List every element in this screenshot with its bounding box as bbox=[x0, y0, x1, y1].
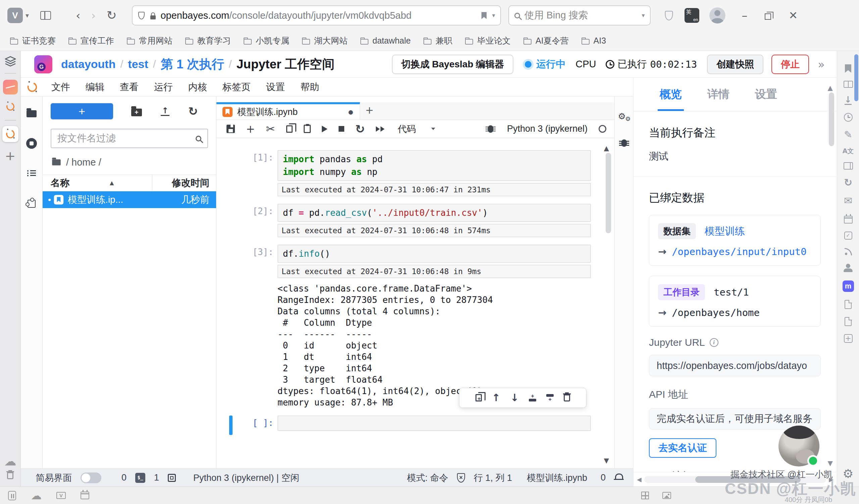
layers-icon[interactable] bbox=[4, 56, 17, 68]
verify-identity-button[interactable]: 去实名认证 bbox=[649, 438, 717, 458]
bookmark-folder[interactable]: 湖大网站 bbox=[302, 35, 348, 46]
tiling-icon[interactable] bbox=[641, 492, 649, 499]
file-browser-tab-icon[interactable] bbox=[27, 110, 36, 117]
delete-cell-icon[interactable] bbox=[564, 394, 570, 401]
privacy-shield-icon[interactable] bbox=[665, 11, 673, 20]
column-modified[interactable]: 修改时间 bbox=[152, 177, 216, 189]
menu-item[interactable]: 编辑 bbox=[78, 81, 112, 94]
minimize-button[interactable]: – bbox=[741, 10, 747, 21]
bookmark-folder[interactable]: AI3 bbox=[582, 36, 606, 46]
column-name[interactable]: 名称 ▲ bbox=[43, 175, 152, 191]
profile-avatar[interactable] bbox=[709, 7, 725, 23]
debugger-bug-icon[interactable] bbox=[488, 125, 493, 133]
forward-icon[interactable]: › bbox=[86, 10, 101, 21]
tracker-shield-icon[interactable] bbox=[138, 12, 145, 19]
bookmark-folder[interactable]: 小凯专属 bbox=[244, 35, 289, 46]
file-breadcrumb[interactable]: / home / bbox=[43, 148, 216, 175]
kernel-status-icon[interactable] bbox=[599, 125, 606, 133]
menu-item[interactable]: 运行 bbox=[146, 81, 181, 94]
restart-run-all-icon[interactable] bbox=[376, 126, 385, 132]
notebook-scrollbar-thumb[interactable] bbox=[606, 153, 611, 233]
refresh-icon[interactable]: ↻ bbox=[188, 106, 198, 117]
file-filter-input[interactable]: 按文件名过滤 bbox=[51, 129, 208, 148]
new-folder-icon[interactable] bbox=[131, 109, 142, 116]
settings-gear-icon[interactable]: ⚙ bbox=[843, 468, 853, 480]
workdir-path[interactable]: /openbayes/home bbox=[672, 307, 760, 318]
code-cell[interactable]: [2]:df = pd.read_csv('../input0/train.cs… bbox=[221, 204, 591, 237]
breadcrumb-project[interactable]: test bbox=[128, 58, 148, 71]
kernel-name[interactable]: Python 3 (ipykernel) bbox=[507, 124, 588, 134]
table-of-contents-tab-icon[interactable] bbox=[27, 170, 36, 176]
restart-kernel-icon[interactable]: ↻ bbox=[355, 123, 365, 135]
scroll-up-icon[interactable]: ▲ bbox=[604, 145, 609, 152]
cursor-position[interactable]: 行 1, 列 1 bbox=[474, 472, 512, 484]
cell-editor[interactable]: df = pd.read_csv('../input0/train.csv') bbox=[277, 204, 591, 222]
reading-list-icon[interactable] bbox=[844, 81, 853, 88]
switch-editor-button[interactable]: 切换成 Bayeslab 编辑器 bbox=[392, 54, 514, 74]
dataset-path[interactable]: /openbayes/input/input0 bbox=[672, 246, 807, 257]
simple-ui-toggle[interactable] bbox=[80, 473, 101, 483]
vivaldi-mail-icon[interactable] bbox=[56, 492, 66, 499]
notebook-scroll-area[interactable]: [1]:import pandas as pdimport numpy as n… bbox=[216, 138, 614, 469]
insert-cell-below-icon[interactable]: + bbox=[546, 394, 554, 401]
breadcrumb-run[interactable]: 第 1 次执行 bbox=[161, 56, 224, 73]
unsaved-dot-icon[interactable]: ● bbox=[348, 106, 354, 117]
windows-panel-icon[interactable] bbox=[844, 162, 853, 170]
menu-item[interactable]: 内核 bbox=[181, 81, 215, 94]
stop-button[interactable]: 停止 bbox=[771, 54, 809, 74]
calendar-icon[interactable] bbox=[80, 492, 89, 499]
move-cell-up-icon[interactable]: ↑ bbox=[492, 393, 500, 403]
bookmark-folder[interactable]: 宣传工作 bbox=[69, 35, 114, 46]
cell-editor[interactable]: import pandas as pdimport numpy as np bbox=[277, 150, 591, 181]
translate-extension-icon[interactable] bbox=[684, 8, 699, 23]
menu-item[interactable]: 帮助 bbox=[292, 81, 327, 94]
create-snapshot-button[interactable]: 创建快照 bbox=[707, 54, 763, 74]
back-icon[interactable]: ‹ bbox=[71, 10, 86, 21]
calendar-icon[interactable] bbox=[844, 216, 853, 223]
url-field[interactable]: openbayes.com/console/datayouth/jupyter/… bbox=[132, 5, 501, 26]
reload-icon[interactable]: ↻ bbox=[101, 10, 122, 21]
feeds-icon[interactable] bbox=[844, 248, 852, 256]
restore-button[interactable] bbox=[765, 13, 771, 20]
mastodon-icon[interactable]: m bbox=[843, 281, 854, 292]
menu-item[interactable]: 设置 bbox=[258, 81, 292, 94]
add-panel-icon[interactable]: + bbox=[5, 149, 16, 162]
menu-item[interactable]: 文件 bbox=[44, 81, 78, 94]
new-launcher-button[interactable]: + bbox=[51, 103, 113, 119]
menu-item[interactable]: 查看 bbox=[112, 81, 146, 94]
cell-editor[interactable]: df.info() bbox=[277, 245, 591, 263]
file-row-selected[interactable]: • 模型训练.ip... 几秒前 bbox=[43, 191, 216, 208]
terminal-icon[interactable]: $_ bbox=[135, 473, 145, 483]
bookmark-folder[interactable]: 兼职 bbox=[423, 35, 452, 46]
breadcrumb-org[interactable]: datayouth bbox=[61, 58, 116, 71]
cell-editor[interactable] bbox=[277, 415, 591, 431]
extensions-tab-icon[interactable] bbox=[28, 200, 35, 208]
notes-icon[interactable]: ✎ bbox=[844, 130, 852, 140]
scroll-down-icon[interactable]: ▼ bbox=[604, 457, 609, 464]
bookmark-page-icon[interactable] bbox=[482, 12, 487, 19]
cell-type-dropdown[interactable]: 代码 bbox=[397, 123, 435, 135]
bookmarks-panel-icon[interactable] bbox=[845, 64, 851, 73]
insert-cell-above-icon[interactable]: + bbox=[529, 394, 536, 401]
tab-settings[interactable]: 设置 bbox=[755, 78, 777, 111]
add-web-panel-icon[interactable] bbox=[844, 334, 853, 343]
sync-icon[interactable]: ↻ bbox=[844, 178, 852, 188]
notebook-tab[interactable]: 模型训练.ipynb ● bbox=[216, 102, 360, 120]
duplicate-cell-icon[interactable] bbox=[476, 394, 482, 401]
menu-item[interactable]: 标签页 bbox=[215, 81, 258, 94]
bookmark-folder[interactable]: AI夏令营 bbox=[524, 35, 569, 46]
toggle-images-icon[interactable] bbox=[662, 492, 671, 499]
mail-icon[interactable]: ✉ bbox=[844, 196, 852, 206]
bookmark-folder[interactable]: datawhale bbox=[360, 36, 411, 46]
empty-code-cell[interactable]: [ ]: bbox=[221, 415, 591, 431]
run-cell-icon[interactable] bbox=[322, 126, 328, 132]
trust-shield-icon[interactable] bbox=[457, 473, 465, 483]
search-field[interactable]: 使用 Bing 搜索 ▾ bbox=[508, 5, 651, 26]
mode-indicator[interactable]: 模式: 命令 bbox=[407, 472, 448, 484]
running-sessions-tab-icon[interactable] bbox=[26, 138, 37, 149]
bookmark-caret-icon[interactable]: ▾ bbox=[492, 12, 495, 18]
interrupt-kernel-icon[interactable] bbox=[338, 126, 344, 132]
contacts-icon[interactable] bbox=[846, 264, 850, 268]
scroll-left-icon[interactable]: ◀ bbox=[637, 476, 642, 483]
bookmark-folder[interactable]: 证书竞赛 bbox=[10, 35, 56, 46]
